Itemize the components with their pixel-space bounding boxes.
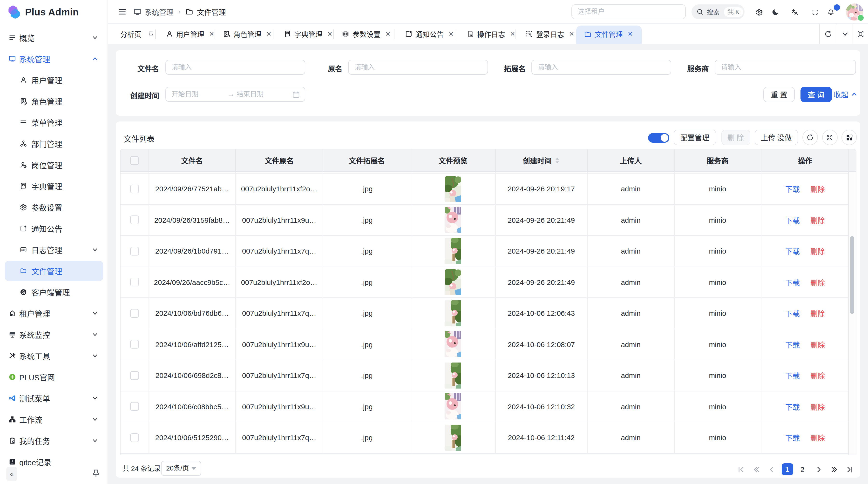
svg-text:DEV: DEV — [22, 249, 26, 251]
